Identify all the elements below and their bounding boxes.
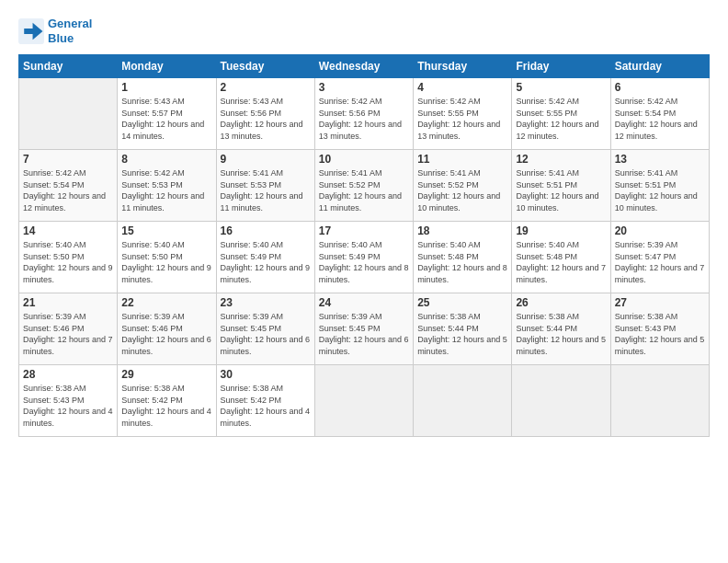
day-number: 24 <box>319 296 409 309</box>
day-cell: 12 Sunrise: 5:41 AMSunset: 5:51 PMDaylig… <box>512 150 610 222</box>
week-row-4: 21 Sunrise: 5:39 AMSunset: 5:46 PMDaylig… <box>19 293 710 365</box>
week-row-1: 1 Sunrise: 5:43 AMSunset: 5:57 PMDayligh… <box>19 78 710 150</box>
day-info: Sunrise: 5:40 AMSunset: 5:50 PMDaylight:… <box>23 240 113 284</box>
day-number: 3 <box>319 81 409 94</box>
week-row-3: 14 Sunrise: 5:40 AMSunset: 5:50 PMDaylig… <box>19 222 710 293</box>
header: General Blue <box>18 17 710 45</box>
header-row: SundayMondayTuesdayWednesdayThursdayFrid… <box>19 55 710 78</box>
day-info: Sunrise: 5:40 AMSunset: 5:48 PMDaylight:… <box>417 240 507 284</box>
day-info: Sunrise: 5:39 AMSunset: 5:47 PMDaylight:… <box>615 240 705 284</box>
day-info: Sunrise: 5:42 AMSunset: 5:54 PMDaylight:… <box>615 97 698 141</box>
day-cell: 10 Sunrise: 5:41 AMSunset: 5:52 PMDaylig… <box>314 150 413 222</box>
day-number: 20 <box>615 224 705 237</box>
day-info: Sunrise: 5:40 AMSunset: 5:50 PMDaylight:… <box>121 240 211 284</box>
day-info: Sunrise: 5:38 AMSunset: 5:42 PMDaylight:… <box>121 384 211 428</box>
day-info: Sunrise: 5:40 AMSunset: 5:48 PMDaylight:… <box>516 240 606 284</box>
logo-text: General Blue <box>48 17 92 45</box>
day-number: 5 <box>516 81 606 94</box>
day-number: 17 <box>319 224 409 237</box>
day-number: 6 <box>615 81 705 94</box>
day-cell: 7 Sunrise: 5:42 AMSunset: 5:54 PMDayligh… <box>19 150 118 222</box>
day-number: 22 <box>121 296 211 309</box>
day-number: 19 <box>516 224 606 237</box>
day-number: 23 <box>221 296 311 309</box>
day-cell: 9 Sunrise: 5:41 AMSunset: 5:53 PMDayligh… <box>216 150 314 222</box>
logo-icon <box>18 18 44 44</box>
day-cell <box>314 365 413 437</box>
day-cell: 2 Sunrise: 5:43 AMSunset: 5:56 PMDayligh… <box>216 78 314 150</box>
day-info: Sunrise: 5:42 AMSunset: 5:53 PMDaylight:… <box>121 168 204 213</box>
day-number: 2 <box>221 81 311 94</box>
day-info: Sunrise: 5:43 AMSunset: 5:57 PMDaylight:… <box>121 97 204 141</box>
day-number: 10 <box>319 153 409 166</box>
day-info: Sunrise: 5:40 AMSunset: 5:49 PMDaylight:… <box>319 240 409 284</box>
day-cell: 17 Sunrise: 5:40 AMSunset: 5:49 PMDaylig… <box>314 222 413 293</box>
col-header-friday: Friday <box>512 55 610 78</box>
day-cell: 25 Sunrise: 5:38 AMSunset: 5:44 PMDaylig… <box>414 293 512 365</box>
day-cell: 14 Sunrise: 5:40 AMSunset: 5:50 PMDaylig… <box>19 222 118 293</box>
day-info: Sunrise: 5:38 AMSunset: 5:43 PMDaylight:… <box>23 384 113 428</box>
day-cell: 21 Sunrise: 5:39 AMSunset: 5:46 PMDaylig… <box>19 293 118 365</box>
col-header-wednesday: Wednesday <box>314 55 413 78</box>
day-cell: 28 Sunrise: 5:38 AMSunset: 5:43 PMDaylig… <box>19 365 118 437</box>
day-cell: 23 Sunrise: 5:39 AMSunset: 5:45 PMDaylig… <box>216 293 314 365</box>
day-number: 26 <box>516 296 606 309</box>
logo: General Blue <box>18 17 92 45</box>
day-cell <box>610 365 709 437</box>
day-info: Sunrise: 5:41 AMSunset: 5:51 PMDaylight:… <box>516 168 598 213</box>
day-cell: 19 Sunrise: 5:40 AMSunset: 5:48 PMDaylig… <box>512 222 610 293</box>
day-info: Sunrise: 5:41 AMSunset: 5:52 PMDaylight:… <box>417 168 500 213</box>
day-info: Sunrise: 5:40 AMSunset: 5:49 PMDaylight:… <box>221 240 311 284</box>
col-header-sunday: Sunday <box>19 55 118 78</box>
day-cell: 11 Sunrise: 5:41 AMSunset: 5:52 PMDaylig… <box>414 150 512 222</box>
day-info: Sunrise: 5:41 AMSunset: 5:51 PMDaylight:… <box>615 168 698 213</box>
day-cell: 13 Sunrise: 5:41 AMSunset: 5:51 PMDaylig… <box>610 150 709 222</box>
day-cell: 3 Sunrise: 5:42 AMSunset: 5:56 PMDayligh… <box>314 78 413 150</box>
day-info: Sunrise: 5:41 AMSunset: 5:53 PMDaylight:… <box>221 168 303 213</box>
day-number: 1 <box>121 81 211 94</box>
day-number: 16 <box>221 224 311 237</box>
day-info: Sunrise: 5:42 AMSunset: 5:56 PMDaylight:… <box>319 97 402 141</box>
day-number: 4 <box>417 81 507 94</box>
day-number: 30 <box>221 368 311 381</box>
day-cell: 18 Sunrise: 5:40 AMSunset: 5:48 PMDaylig… <box>414 222 512 293</box>
day-info: Sunrise: 5:39 AMSunset: 5:46 PMDaylight:… <box>23 312 113 356</box>
day-info: Sunrise: 5:42 AMSunset: 5:54 PMDaylight:… <box>23 168 106 213</box>
day-number: 27 <box>615 296 705 309</box>
day-cell: 15 Sunrise: 5:40 AMSunset: 5:50 PMDaylig… <box>118 222 216 293</box>
day-cell <box>414 365 512 437</box>
day-number: 12 <box>516 153 606 166</box>
day-info: Sunrise: 5:38 AMSunset: 5:44 PMDaylight:… <box>417 312 507 356</box>
day-number: 14 <box>23 224 113 237</box>
day-cell: 26 Sunrise: 5:38 AMSunset: 5:44 PMDaylig… <box>512 293 610 365</box>
day-cell: 27 Sunrise: 5:38 AMSunset: 5:43 PMDaylig… <box>610 293 709 365</box>
col-header-monday: Monday <box>118 55 216 78</box>
day-cell <box>19 78 118 150</box>
day-info: Sunrise: 5:38 AMSunset: 5:43 PMDaylight:… <box>615 312 705 356</box>
day-info: Sunrise: 5:38 AMSunset: 5:44 PMDaylight:… <box>516 312 606 356</box>
page: General Blue SundayMondayTuesdayWednesda… <box>0 0 728 563</box>
day-number: 13 <box>615 153 705 166</box>
day-cell: 20 Sunrise: 5:39 AMSunset: 5:47 PMDaylig… <box>610 222 709 293</box>
day-info: Sunrise: 5:38 AMSunset: 5:42 PMDaylight:… <box>221 384 311 428</box>
day-cell: 29 Sunrise: 5:38 AMSunset: 5:42 PMDaylig… <box>118 365 216 437</box>
day-info: Sunrise: 5:42 AMSunset: 5:55 PMDaylight:… <box>417 97 500 141</box>
day-cell: 24 Sunrise: 5:39 AMSunset: 5:45 PMDaylig… <box>314 293 413 365</box>
day-number: 21 <box>23 296 113 309</box>
calendar-table: SundayMondayTuesdayWednesdayThursdayFrid… <box>18 54 710 437</box>
day-info: Sunrise: 5:43 AMSunset: 5:56 PMDaylight:… <box>221 97 303 141</box>
col-header-tuesday: Tuesday <box>216 55 314 78</box>
day-cell: 30 Sunrise: 5:38 AMSunset: 5:42 PMDaylig… <box>216 365 314 437</box>
day-cell: 16 Sunrise: 5:40 AMSunset: 5:49 PMDaylig… <box>216 222 314 293</box>
day-info: Sunrise: 5:41 AMSunset: 5:52 PMDaylight:… <box>319 168 402 213</box>
day-number: 18 <box>417 224 507 237</box>
day-number: 15 <box>121 224 211 237</box>
day-number: 11 <box>417 153 507 166</box>
day-cell <box>512 365 610 437</box>
day-info: Sunrise: 5:39 AMSunset: 5:45 PMDaylight:… <box>221 312 311 356</box>
day-cell: 8 Sunrise: 5:42 AMSunset: 5:53 PMDayligh… <box>118 150 216 222</box>
day-cell: 5 Sunrise: 5:42 AMSunset: 5:55 PMDayligh… <box>512 78 610 150</box>
day-cell: 22 Sunrise: 5:39 AMSunset: 5:46 PMDaylig… <box>118 293 216 365</box>
day-number: 9 <box>221 153 311 166</box>
day-number: 7 <box>23 153 113 166</box>
